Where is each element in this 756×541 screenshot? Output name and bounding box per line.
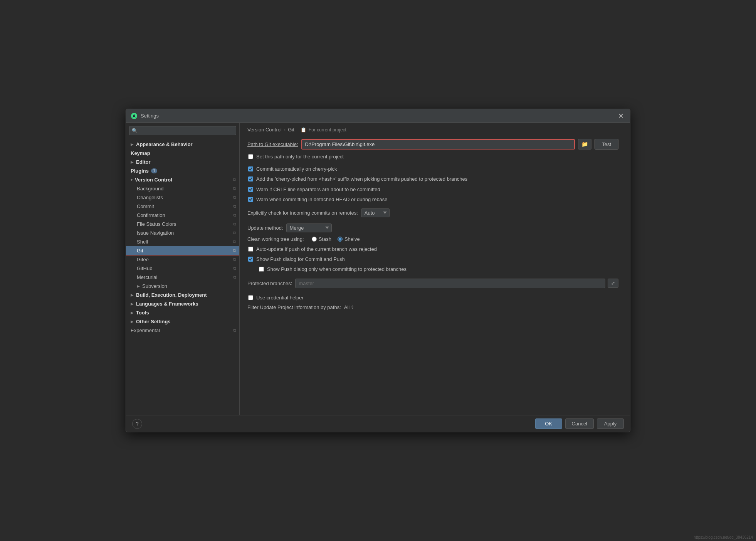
sidebar-item-tools[interactable]: ▶ Tools bbox=[126, 308, 239, 317]
sidebar-item-git[interactable]: Git ⧉ bbox=[126, 246, 239, 255]
breadcrumb-version-control[interactable]: Version Control bbox=[247, 127, 282, 133]
sidebar-item-build[interactable]: ▶ Build, Execution, Deployment bbox=[126, 291, 239, 299]
show-push-row: Show Push dialog for Commit and Push bbox=[247, 256, 618, 263]
sidebar-item-label: Build, Execution, Deployment bbox=[136, 292, 207, 298]
warn-crlf-row: Warn if CRLF line separators are about t… bbox=[247, 186, 618, 193]
sidebar-item-editor[interactable]: ▶ Editor bbox=[126, 158, 239, 166]
folder-button[interactable]: 📁 bbox=[578, 139, 591, 150]
sidebar-item-label: Experimental bbox=[131, 328, 160, 333]
path-input[interactable] bbox=[301, 139, 575, 150]
clean-tree-label: Clean working tree using: bbox=[247, 236, 304, 242]
sidebar-item-label: Editor bbox=[136, 159, 151, 165]
sidebar-item-commit[interactable]: Commit ⧉ bbox=[126, 202, 239, 211]
sidebar-item-changelists[interactable]: Changelists ⧉ bbox=[126, 193, 239, 202]
sidebar-item-file-status-colors[interactable]: File Status Colors ⧉ bbox=[126, 220, 239, 228]
test-button[interactable]: Test bbox=[595, 139, 618, 150]
sidebar-item-languages[interactable]: ▶ Languages & Frameworks bbox=[126, 299, 239, 308]
filter-arrows-icon[interactable]: ⇕ bbox=[351, 305, 354, 310]
auto-update-checkbox[interactable] bbox=[248, 247, 253, 252]
commit-cherry-pick-checkbox[interactable] bbox=[248, 166, 253, 171]
protected-branches-label: Protected branches: bbox=[247, 281, 292, 286]
copy-icon: ⧉ bbox=[233, 328, 236, 333]
sidebar-item-mercurial[interactable]: Mercurial ⧉ bbox=[126, 273, 239, 282]
sidebar-item-label: Git bbox=[137, 248, 143, 254]
update-method-select[interactable]: Merge Rebase Branch Default bbox=[286, 223, 332, 232]
help-button[interactable]: ? bbox=[132, 419, 142, 429]
sidebar-item-label: Mercurial bbox=[137, 274, 157, 280]
sidebar-item-subversion[interactable]: ▶ Subversion bbox=[126, 282, 239, 291]
copy-icon: ⧉ bbox=[233, 257, 236, 262]
sidebar-item-gitee[interactable]: Gitee ⧉ bbox=[126, 255, 239, 264]
nav-tree: ▶ Appearance & Behavior Keymap ▶ Editor … bbox=[126, 138, 239, 415]
sidebar: 🔍 ▶ Appearance & Behavior Keymap ▶ Edito… bbox=[126, 123, 240, 415]
warn-detached-checkbox[interactable] bbox=[248, 197, 253, 202]
sidebar-item-label: Plugins bbox=[131, 168, 149, 174]
sidebar-item-plugins[interactable]: Plugins 1 bbox=[126, 166, 239, 175]
incoming-select[interactable]: Auto Always Never bbox=[361, 208, 390, 217]
sidebar-item-confirmation[interactable]: Confirmation ⧉ bbox=[126, 211, 239, 220]
protected-branches-input[interactable] bbox=[295, 279, 605, 288]
copy-icon: ⧉ bbox=[233, 213, 236, 218]
sidebar-item-shelf[interactable]: Shelf ⧉ bbox=[126, 237, 239, 246]
warn-crlf-checkbox[interactable] bbox=[248, 187, 253, 192]
sidebar-item-label: Changelists bbox=[137, 195, 163, 200]
use-credential-label: Use credential helper bbox=[256, 294, 304, 301]
sidebar-item-appearance[interactable]: ▶ Appearance & Behavior bbox=[126, 140, 239, 149]
ok-button[interactable]: OK bbox=[535, 418, 562, 429]
sidebar-item-label: Issue Navigation bbox=[137, 230, 174, 236]
commit-cherry-pick-label: Commit automatically on cherry-pick bbox=[256, 166, 337, 173]
breadcrumb-project-icon: 📋 bbox=[301, 127, 306, 133]
breadcrumb-git[interactable]: Git bbox=[288, 127, 294, 133]
stash-radio[interactable] bbox=[312, 237, 317, 242]
sidebar-item-label: Version Control bbox=[135, 177, 172, 183]
use-credential-row: Use credential helper bbox=[247, 294, 618, 301]
cherry-pick-suffix-label: Add the 'cherry-picked from <hash>' suff… bbox=[256, 176, 467, 183]
sidebar-item-label: Shelf bbox=[137, 239, 148, 245]
breadcrumb-for-current-project: For current project bbox=[309, 127, 346, 133]
content-area: 🔍 ▶ Appearance & Behavior Keymap ▶ Edito… bbox=[126, 123, 630, 415]
sidebar-item-label: Subversion bbox=[142, 283, 167, 289]
copy-icon: ⧉ bbox=[233, 275, 236, 280]
commit-cherry-pick-row: Commit automatically on cherry-pick bbox=[247, 166, 618, 173]
arrow-icon: ▶ bbox=[131, 311, 134, 315]
incoming-commits-row: Explicitly check for incoming commits on… bbox=[247, 208, 618, 217]
watermark: https://blog.csdn.net/qq_38436214 bbox=[694, 535, 753, 539]
bottom-bar: ? OK Cancel Apply bbox=[126, 415, 630, 432]
sidebar-item-label: Background bbox=[137, 186, 163, 192]
filter-value[interactable]: All bbox=[344, 304, 349, 310]
cherry-pick-suffix-checkbox[interactable] bbox=[248, 176, 253, 181]
dialog-title: Settings bbox=[141, 113, 617, 119]
sidebar-item-keymap[interactable]: Keymap bbox=[126, 149, 239, 158]
set-path-label: Set this path only for the current proje… bbox=[256, 153, 344, 160]
close-button[interactable]: ✕ bbox=[617, 113, 625, 119]
cancel-button[interactable]: Cancel bbox=[565, 418, 594, 429]
show-push-label: Show Push dialog for Commit and Push bbox=[256, 256, 345, 263]
show-push-checkbox[interactable] bbox=[248, 257, 253, 262]
apply-button[interactable]: Apply bbox=[597, 418, 624, 429]
arrow-icon: ▶ bbox=[131, 142, 134, 146]
sidebar-item-background[interactable]: Background ⧉ bbox=[126, 184, 239, 193]
sidebar-item-github[interactable]: GitHub ⧉ bbox=[126, 264, 239, 273]
update-method-row: Update method: Merge Rebase Branch Defau… bbox=[247, 223, 618, 232]
arrow-icon: ▶ bbox=[137, 284, 140, 288]
set-path-row: Set this path only for the current proje… bbox=[247, 153, 618, 160]
shelve-radio[interactable] bbox=[338, 237, 343, 242]
use-credential-checkbox[interactable] bbox=[248, 295, 253, 300]
sidebar-item-experimental[interactable]: Experimental ⧉ bbox=[126, 326, 239, 335]
sidebar-item-label: GitHub bbox=[137, 265, 152, 271]
protected-branches-row: Protected branches: ⤢ bbox=[247, 279, 618, 288]
sidebar-item-other-settings[interactable]: ▶ Other Settings bbox=[126, 317, 239, 326]
plugins-badge: 1 bbox=[151, 168, 157, 173]
path-row: Path to Git executable: 📁 Test bbox=[247, 139, 618, 150]
sidebar-item-version-control[interactable]: ▾ Version Control ⧉ bbox=[126, 175, 239, 184]
sidebar-item-issue-navigation[interactable]: Issue Navigation ⧉ bbox=[126, 228, 239, 237]
set-path-checkbox[interactable] bbox=[248, 154, 253, 159]
search-input[interactable] bbox=[129, 126, 236, 135]
incoming-label: Explicitly check for incoming commits on… bbox=[247, 210, 358, 216]
stash-label: Stash bbox=[319, 236, 331, 242]
warn-crlf-label: Warn if CRLF line separators are about t… bbox=[256, 186, 380, 193]
cherry-pick-suffix-row: Add the 'cherry-picked from <hash>' suff… bbox=[247, 176, 618, 183]
show-push-protected-checkbox[interactable] bbox=[259, 267, 264, 272]
arrow-icon: ▶ bbox=[131, 319, 134, 324]
expand-button[interactable]: ⤢ bbox=[608, 279, 618, 288]
